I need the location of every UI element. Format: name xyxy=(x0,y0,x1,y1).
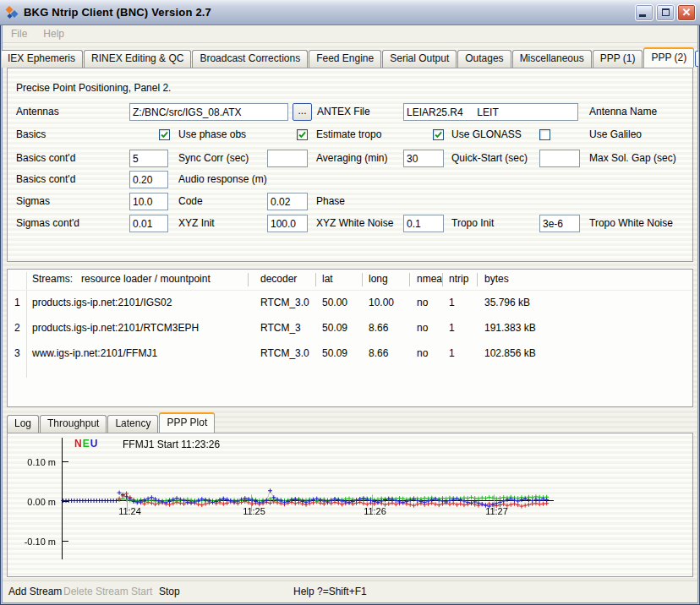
tab-ppp-plot[interactable]: PPP Plot xyxy=(159,412,215,433)
column-resize-handle[interactable] xyxy=(477,273,478,286)
tab-log[interactable]: Log xyxy=(7,415,39,433)
sigma-code-input[interactable] xyxy=(129,193,168,210)
help-shortcut-label: Help ?=Shift+F1 xyxy=(293,586,367,597)
audio-response-label: Audio response (m) xyxy=(178,171,267,188)
use-glonass-checkbox[interactable] xyxy=(433,129,444,140)
tab-scroll-arrows: ◀ ▶ xyxy=(695,51,698,68)
bnc-app-icon xyxy=(4,5,19,20)
antennas-input[interactable] xyxy=(129,103,288,121)
sigma-phase-input[interactable] xyxy=(267,193,308,210)
tab-scroll-left-button[interactable]: ◀ xyxy=(695,51,698,67)
xyz-init-input[interactable] xyxy=(129,215,168,232)
max-sol-gap-input[interactable] xyxy=(539,150,580,167)
tropo-white-noise-input[interactable] xyxy=(539,215,580,232)
antenna-name-label: Antenna Name xyxy=(589,103,657,121)
app-window: BKG Ntrip Client (BNC) Version 2.7 ✕ Fil… xyxy=(0,0,700,605)
antex-file-label: ANTEX File xyxy=(317,103,370,121)
antennas-label: Antennas xyxy=(16,103,59,121)
tab-throughput[interactable]: Throughput xyxy=(40,415,107,433)
sync-corr-input[interactable] xyxy=(129,150,168,167)
long-cell: 10.00 xyxy=(369,297,394,308)
sync-corr-label: Sync Corr (sec) xyxy=(178,150,249,167)
bytes-cell: 102.856 kB xyxy=(484,347,536,359)
panel-heading: Precise Point Positioning, Panel 2. xyxy=(16,79,171,97)
xyz-white-noise-input[interactable] xyxy=(267,215,308,232)
basics-contd-label: Basics cont'd xyxy=(16,150,75,167)
use-phase-obs-label: Use phase obs xyxy=(178,126,246,144)
column-resize-handle[interactable] xyxy=(315,273,316,286)
titlebar[interactable]: BKG Ntrip Client (BNC) Version 2.7 ✕ xyxy=(0,0,700,25)
lat-cell: 50.09 xyxy=(322,322,347,334)
tab-ppp-2[interactable]: PPP (2) xyxy=(643,47,694,68)
decoder-cell: RTCM_3.0 xyxy=(260,297,309,308)
menu-help[interactable]: Help xyxy=(43,28,64,40)
close-button[interactable]: ✕ xyxy=(677,4,696,21)
tab-broadcast-corrections[interactable]: Broadcast Corrections xyxy=(192,50,308,68)
minimize-icon xyxy=(639,14,646,17)
add-stream-button[interactable]: Add Stream xyxy=(8,586,62,597)
plot-legend: NEU xyxy=(74,438,98,450)
tab-ppp-1[interactable]: PPP (1) xyxy=(593,50,643,68)
max-sol-gap-label: Max Sol. Gap (sec) xyxy=(589,150,676,167)
ppp-plot-canvas xyxy=(8,433,692,576)
sigmas-label: Sigmas xyxy=(16,193,50,210)
estimate-tropo-checkbox[interactable] xyxy=(297,129,308,140)
ntrip-header: ntrip xyxy=(449,273,468,285)
use-glonass-label: Use GLONASS xyxy=(451,126,522,144)
tab-miscellaneous[interactable]: Miscellaneous xyxy=(512,50,592,68)
nmea-header: nmea xyxy=(417,273,442,285)
close-icon: ✕ xyxy=(682,7,692,18)
legend-up: U xyxy=(90,438,99,450)
minimize-button[interactable] xyxy=(635,4,654,21)
column-resize-handle[interactable] xyxy=(248,273,249,286)
start-button[interactable]: Start xyxy=(131,586,152,597)
row-number: 1 xyxy=(14,297,20,308)
row-number-divider xyxy=(26,272,27,378)
tab-outages[interactable]: Outages xyxy=(457,50,511,68)
use-galileo-label: Use Galileo xyxy=(589,126,642,144)
row-number: 2 xyxy=(14,322,20,334)
xyz-white-noise-label: XYZ White Noise xyxy=(316,215,393,232)
long-header: long xyxy=(369,273,388,285)
ntrip-cell: 1 xyxy=(449,347,455,359)
tab-feed-engine[interactable]: Feed Engine xyxy=(309,50,381,68)
decoder-header: decoder xyxy=(260,273,297,285)
nmea-cell: no xyxy=(417,347,428,359)
delete-stream-button[interactable]: Delete Stream xyxy=(63,586,129,597)
column-resize-handle[interactable] xyxy=(362,273,363,286)
tab-rinex-editing-qc[interactable]: RINEX Editing & QC xyxy=(84,50,191,68)
sigma-phase-label: Phase xyxy=(316,193,345,210)
maximize-button[interactable] xyxy=(656,4,675,21)
stop-button[interactable]: Stop xyxy=(159,586,180,597)
lat-header: lat xyxy=(322,273,333,285)
column-resize-handle[interactable] xyxy=(442,273,443,286)
ntrip-cell: 1 xyxy=(449,297,455,308)
legend-east: E xyxy=(83,438,90,450)
use-galileo-checkbox[interactable] xyxy=(539,129,550,140)
antenna-name-input[interactable] xyxy=(403,103,578,121)
nmea-cell: no xyxy=(417,322,428,334)
tropo-init-input[interactable] xyxy=(403,215,444,232)
tab-rinex-ephemeris[interactable]: IEX Ephemeris xyxy=(2,50,83,68)
sigmas-contd-label: Sigmas cont'd xyxy=(16,215,79,232)
window-title: BKG Ntrip Client (BNC) Version 2.7 xyxy=(24,6,632,19)
streams-table: Streams: resource loader / mountpoint de… xyxy=(7,269,693,407)
averaging-label: Averaging (min) xyxy=(316,150,387,167)
use-phase-obs-checkbox[interactable] xyxy=(159,129,170,140)
averaging-input[interactable] xyxy=(267,150,308,167)
menu-file[interactable]: File xyxy=(11,28,27,40)
antex-browse-button[interactable]: ... xyxy=(293,103,312,121)
row-number: 3 xyxy=(14,347,20,359)
bytes-cell: 191.383 kB xyxy=(484,322,536,334)
sigma-code-label: Code xyxy=(178,193,203,210)
bottom-tabstrip: Log Throughput Latency PPP Plot xyxy=(7,412,216,433)
tab-latency[interactable]: Latency xyxy=(107,415,158,433)
tab-serial-output[interactable]: Serial Output xyxy=(382,50,457,68)
column-resize-handle[interactable] xyxy=(409,273,410,286)
audio-response-input[interactable] xyxy=(129,171,168,188)
ppp-panel-2: Precise Point Positioning, Panel 2. Ante… xyxy=(7,68,693,262)
quick-start-input[interactable] xyxy=(403,150,444,167)
lat-cell: 50.00 xyxy=(322,297,347,308)
mountpoint-cell: products.igs-ip.net:2101/IGS02 xyxy=(32,297,172,308)
quick-start-label: Quick-Start (sec) xyxy=(451,150,528,167)
